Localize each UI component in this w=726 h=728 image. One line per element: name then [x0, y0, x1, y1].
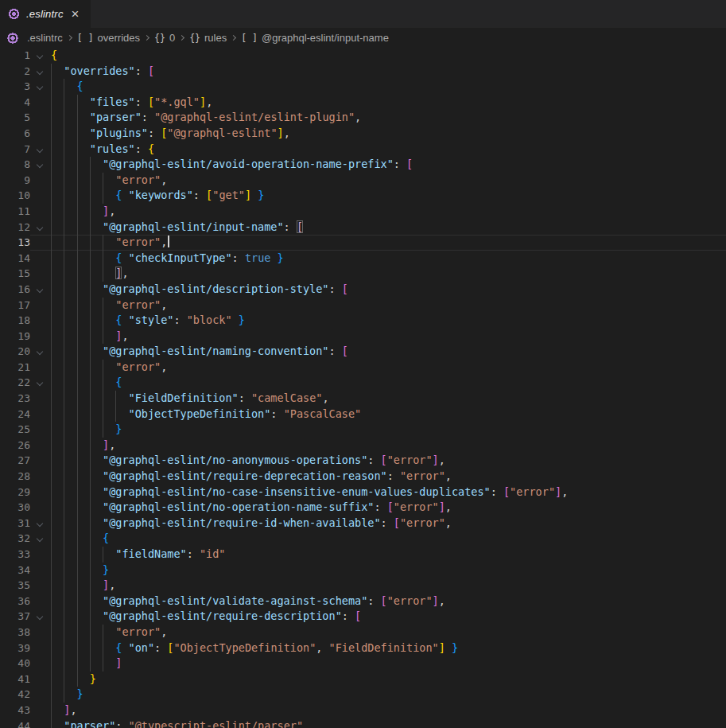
code-line[interactable]: 4 "files": ["*.gql"], — [0, 95, 726, 111]
code-line[interactable]: 39 { "on": ["ObjectTypeDefinition", "Fie… — [0, 640, 726, 656]
code-line[interactable]: 30 "@graphql-eslint/no-operation-name-su… — [0, 500, 726, 516]
indent-guide — [115, 391, 116, 407]
code-text: } — [51, 422, 726, 438]
code-line[interactable]: 18 { "style": "block" } — [0, 313, 726, 329]
fold-chevron-icon[interactable] — [30, 142, 51, 158]
breadcrumb-item[interactable]: {}rules — [189, 32, 227, 44]
code-line[interactable]: 38 "error", — [0, 625, 726, 640]
breadcrumb-item[interactable]: [ ]@graphql-eslint/input-name — [241, 32, 389, 44]
fold-chevron-icon[interactable] — [30, 64, 51, 80]
indent-guide — [64, 547, 64, 563]
gutter-space — [30, 594, 51, 609]
code-line[interactable]: 13 "error", — [0, 235, 726, 251]
breadcrumb-item[interactable]: .eslintrc — [7, 32, 63, 44]
indent-guide — [77, 438, 78, 454]
code-line[interactable]: 26 ], — [0, 438, 726, 454]
indent-guide — [103, 422, 103, 438]
code-token — [51, 173, 115, 186]
gutter-space — [30, 251, 51, 267]
fold-chevron-icon[interactable] — [30, 516, 51, 531]
code-line[interactable]: 11 ], — [0, 204, 726, 220]
code-token: ] — [103, 578, 109, 591]
indent-guide — [90, 391, 91, 407]
code-line[interactable]: 2 "overrides": [ — [0, 64, 726, 80]
fold-chevron-icon[interactable] — [30, 220, 51, 236]
indent-guide — [103, 640, 103, 656]
code-line[interactable]: 17 "error", — [0, 298, 726, 313]
code-line[interactable]: 25 } — [0, 422, 726, 438]
code-line[interactable]: 23 "FieldDefinition": "camelCase", — [0, 391, 726, 407]
code-line[interactable]: 8 "@graphql-eslint/avoid-operation-name-… — [0, 157, 726, 173]
indent-guide — [77, 516, 78, 531]
indent-guide — [103, 407, 103, 422]
code-editor[interactable]: 1{2 "overrides": [3 {4 "files": ["*.gql"… — [0, 48, 726, 728]
line-number: 29 — [0, 485, 30, 500]
indent-guide — [64, 220, 64, 236]
fold-chevron-icon[interactable] — [30, 79, 51, 95]
code-line[interactable]: 32 { — [0, 531, 726, 547]
code-token: , — [355, 111, 361, 123]
breadcrumb-item[interactable]: {}0 — [154, 32, 175, 44]
indent-guide — [64, 110, 64, 126]
fold-chevron-icon[interactable] — [30, 344, 51, 360]
tab-eslintrc[interactable]: .eslintrc × — [0, 0, 91, 28]
indent-guide — [103, 360, 103, 376]
code-token — [51, 64, 64, 77]
code-token: "@graphql-eslint/require-description" — [103, 609, 342, 622]
code-line[interactable]: 31 "@graphql-eslint/require-id-when-avai… — [0, 516, 726, 531]
code-line[interactable]: 20 "@graphql-eslint/naming-convention": … — [0, 344, 726, 360]
code-token: , — [161, 173, 167, 186]
breadcrumb-item[interactable]: [ ]overrides — [77, 32, 140, 44]
code-line[interactable]: 6 "plugins": ["@graphql-eslint"], — [0, 126, 726, 142]
code-line[interactable]: 5 "parser": "@graphql-eslint/eslint-plug… — [0, 110, 726, 126]
code-line[interactable]: 9 "error", — [0, 173, 726, 189]
code-token — [51, 142, 90, 155]
code-line[interactable]: 40 ] — [0, 656, 726, 672]
indent-guide — [103, 298, 103, 313]
fold-chevron-icon[interactable] — [30, 48, 51, 64]
code-line[interactable]: 24 "ObjectTypeDefinition": "PascalCase" — [0, 407, 726, 422]
code-token — [51, 298, 115, 311]
code-token: "@graphql-eslint" — [167, 127, 277, 139]
code-line[interactable]: 7 "rules": { — [0, 142, 726, 158]
code-line[interactable]: 10 { "keywords": ["get"] } — [0, 188, 726, 204]
code-line[interactable]: 22 { — [0, 375, 726, 391]
code-line[interactable]: 19 ], — [0, 329, 726, 345]
gutter-space — [30, 563, 51, 578]
code-line[interactable]: 43 ], — [0, 703, 726, 718]
fold-chevron-icon[interactable] — [30, 282, 51, 298]
fold-chevron-icon[interactable] — [30, 157, 51, 173]
code-line[interactable]: 1{ — [0, 48, 726, 64]
code-line[interactable]: 34 } — [0, 563, 726, 578]
indent-guide — [77, 609, 78, 625]
code-line[interactable]: 29 "@graphql-eslint/no-case-insensitive-… — [0, 485, 726, 500]
code-line[interactable]: 35 ], — [0, 578, 726, 594]
fold-chevron-icon[interactable] — [30, 609, 51, 625]
code-token: : — [367, 594, 380, 607]
code-line[interactable]: 12 "@graphql-eslint/input-name": [ — [0, 220, 726, 236]
code-token: [ — [381, 454, 387, 466]
code-text: ] — [51, 656, 726, 672]
line-number: 12 — [0, 220, 30, 236]
code-line[interactable]: 14 { "checkInputType": true } — [0, 251, 726, 267]
code-line[interactable]: 21 "error", — [0, 360, 726, 376]
line-number: 7 — [0, 142, 30, 158]
code-line[interactable]: 15 ], — [0, 266, 726, 282]
code-line[interactable]: 42 } — [0, 687, 726, 703]
indent-guide — [51, 344, 52, 360]
code-line[interactable]: 28 "@graphql-eslint/require-deprecation-… — [0, 469, 726, 485]
fold-chevron-icon[interactable] — [30, 531, 51, 547]
code-token: : — [329, 282, 342, 295]
code-line[interactable]: 27 "@graphql-eslint/no-anonymous-operati… — [0, 453, 726, 469]
code-line[interactable]: 36 "@graphql-eslint/validate-against-sch… — [0, 594, 726, 609]
fold-chevron-icon[interactable] — [30, 375, 51, 391]
indent-guide — [77, 594, 78, 609]
code-line[interactable]: 33 "fieldName": "id" — [0, 547, 726, 563]
close-icon[interactable]: × — [70, 7, 81, 21]
indent-guide — [90, 407, 91, 422]
code-line[interactable]: 16 "@graphql-eslint/description-style": … — [0, 282, 726, 298]
code-line[interactable]: 41 } — [0, 672, 726, 687]
code-line[interactable]: 37 "@graphql-eslint/require-description"… — [0, 609, 726, 625]
code-line[interactable]: 44 "parser": "@typescript-eslint/parser" — [0, 718, 726, 728]
code-line[interactable]: 3 { — [0, 79, 726, 95]
